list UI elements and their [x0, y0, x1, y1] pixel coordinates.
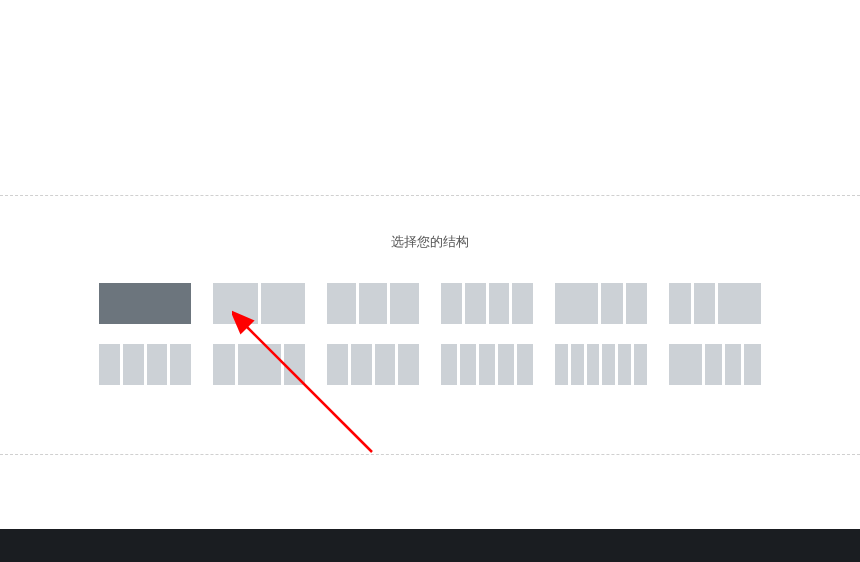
layout-option-3col[interactable]: [327, 283, 419, 324]
layout-col: [626, 283, 648, 324]
section-divider-bottom: [0, 454, 860, 455]
layout-option-1col[interactable]: [99, 283, 191, 324]
layout-option-wide-narrow[interactable]: [669, 344, 761, 385]
layout-option-4col-c[interactable]: [327, 344, 419, 385]
layout-col: [634, 344, 647, 385]
layout-option-wide-left[interactable]: [555, 283, 647, 324]
layout-option-6col[interactable]: [555, 344, 647, 385]
layout-col: [489, 283, 510, 324]
layout-col: [512, 283, 533, 324]
layout-col: [284, 344, 306, 385]
layout-option-wide-right[interactable]: [669, 283, 761, 324]
layout-col: [99, 283, 191, 324]
layout-col: [705, 344, 722, 385]
layout-option-4col-b[interactable]: [99, 344, 191, 385]
layout-col: [587, 344, 600, 385]
layout-col: [555, 283, 598, 324]
layout-col: [170, 344, 191, 385]
layout-col: [498, 344, 514, 385]
layout-col: [238, 344, 281, 385]
layout-col: [261, 283, 306, 324]
layout-col: [147, 344, 168, 385]
layout-col: [398, 344, 419, 385]
layout-col: [359, 283, 388, 324]
layout-col: [601, 283, 623, 324]
layout-col: [479, 344, 495, 385]
layout-col: [618, 344, 631, 385]
layout-row-1: [99, 283, 761, 324]
layout-col: [99, 344, 120, 385]
layout-col: [351, 344, 372, 385]
structure-chooser-section: 选择您的结构: [0, 195, 860, 385]
layout-col: [460, 344, 476, 385]
footer-band: [0, 529, 860, 562]
layout-col: [327, 344, 348, 385]
layout-col: [465, 283, 486, 324]
layout-col: [390, 283, 419, 324]
layout-option-2col[interactable]: [213, 283, 305, 324]
structure-chooser-title: 选择您的结构: [0, 233, 860, 251]
layout-option-4col[interactable]: [441, 283, 533, 324]
layout-row-2: [99, 344, 761, 385]
layout-option-5col[interactable]: [441, 344, 533, 385]
layout-col: [441, 344, 457, 385]
layout-col: [123, 344, 144, 385]
layout-col: [441, 283, 462, 324]
layout-col: [375, 344, 396, 385]
layout-col: [669, 283, 691, 324]
layout-col: [327, 283, 356, 324]
layout-col: [725, 344, 742, 385]
layout-col: [517, 344, 533, 385]
layout-col: [213, 283, 258, 324]
layout-col: [744, 344, 761, 385]
layout-col: [571, 344, 584, 385]
layout-col: [669, 344, 702, 385]
layout-option-wide-center[interactable]: [213, 344, 305, 385]
layout-options-container: [0, 283, 860, 385]
layout-col: [602, 344, 615, 385]
layout-col: [694, 283, 716, 324]
layout-col: [555, 344, 568, 385]
layout-col: [718, 283, 761, 324]
layout-col: [213, 344, 235, 385]
